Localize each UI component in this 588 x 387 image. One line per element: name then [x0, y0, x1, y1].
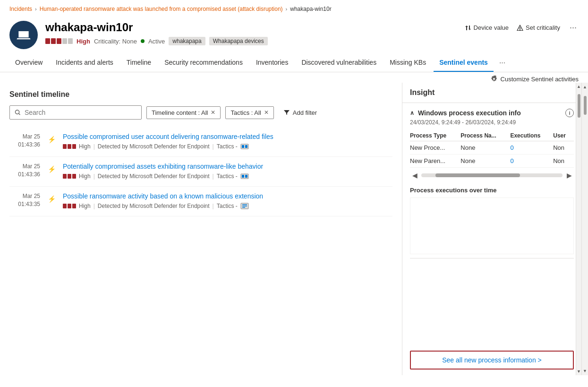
- filter-icon: [283, 109, 290, 116]
- severity-bar-5: [68, 38, 73, 44]
- event-title-3[interactable]: Possible ransomware activity based on a …: [63, 192, 392, 200]
- insight-section-name: Windows process execution info: [418, 109, 521, 117]
- outer-scrollbar: ▲ ▼: [581, 83, 588, 375]
- timeline-content-filter-remove[interactable]: ✕: [211, 109, 215, 116]
- svg-rect-2: [242, 145, 244, 148]
- insight-section: ∧ Windows process execution info i 24/03…: [402, 103, 581, 268]
- lightning-icon-3: ⚡: [46, 193, 57, 205]
- tag-whakapapa-devices[interactable]: Whakapapa devices: [209, 37, 268, 45]
- tab-missing-kbs[interactable]: Missing KBs: [384, 54, 432, 72]
- search-box[interactable]: [9, 105, 142, 120]
- insight-scroll-down[interactable]: ▼: [577, 368, 581, 375]
- shield-icon-1: [240, 143, 249, 150]
- timeline-item: Mar 25 01:43:35 ⚡ Possible ransomware ac…: [9, 187, 392, 216]
- breadcrumb-incidents[interactable]: Incidents: [9, 6, 32, 12]
- sev-bar: [68, 204, 71, 208]
- row1-user: Non: [553, 141, 574, 155]
- search-input[interactable]: [25, 109, 136, 116]
- device-title: whakapa-win10r: [45, 21, 268, 34]
- event-severity-1: [63, 144, 76, 149]
- more-options-button[interactable]: ···: [568, 21, 579, 34]
- row2-user: Non: [553, 155, 574, 168]
- row2-process-name: None: [460, 155, 510, 168]
- insight-scrollbar: ▲ ▼: [576, 83, 581, 375]
- tab-timeline[interactable]: Timeline: [121, 54, 157, 72]
- tactics-filter-label: Tactics : All: [230, 109, 261, 116]
- insight-table: Process Type Process Na... Executions Us…: [410, 130, 574, 168]
- tab-sentinel-events[interactable]: Sentinel events: [434, 54, 494, 72]
- left-panel: Sentinel timeline Timeline content : All…: [0, 83, 402, 375]
- see-all-button[interactable]: See all new process information >: [410, 351, 574, 370]
- scroll-right-arrow[interactable]: ▶: [564, 171, 574, 180]
- sev-bar: [68, 144, 71, 149]
- device-value-button[interactable]: Device value: [464, 24, 509, 32]
- event-title-1[interactable]: Possible compromised user account delive…: [63, 133, 392, 140]
- svg-rect-5: [242, 175, 244, 178]
- tab-incidents-alerts[interactable]: Incidents and alerts: [50, 54, 119, 72]
- laptop-icon: [16, 27, 31, 43]
- customize-label: Customize Sentinel activities: [501, 76, 579, 83]
- outer-scroll-up[interactable]: ▲: [583, 83, 587, 91]
- event-title-2[interactable]: Potentially compromised assets exhibitin…: [63, 163, 392, 170]
- col-process-name: Process Na...: [460, 130, 510, 141]
- timeline-content-filter[interactable]: Timeline content : All ✕: [146, 106, 221, 119]
- scroll-thumb: [435, 173, 520, 177]
- row2-executions: 0: [510, 155, 553, 168]
- insight-table-row: New Proce... None 0 Non: [410, 141, 574, 155]
- page-header: whakapa-win10r High Criticality: None Ac…: [0, 16, 588, 54]
- tab-security-recommendations[interactable]: Security recommendations: [159, 54, 248, 72]
- chevron-up-icon[interactable]: ∧: [410, 110, 414, 116]
- add-filter-label: Add filter: [293, 109, 317, 116]
- event-source-1: Detected by Microsoft Defender for Endpo…: [98, 143, 210, 150]
- event-severity-label-1: High: [79, 143, 91, 150]
- row1-process-name: None: [460, 141, 510, 155]
- breadcrumb-sep-2: ›: [286, 6, 288, 12]
- breadcrumb: Incidents › Human-operated ransomware at…: [0, 0, 588, 16]
- tasks-icon-3: [240, 203, 249, 209]
- tactics-icon-1: [240, 142, 249, 151]
- insight-scroll-thumb: [578, 94, 580, 118]
- event-severity-label-2: High: [79, 173, 91, 180]
- nav-more-button[interactable]: ···: [495, 54, 509, 72]
- row1-process-type: New Proce...: [410, 141, 460, 155]
- breadcrumb-incident-detail[interactable]: Human-operated ransomware attack was lau…: [40, 6, 283, 12]
- sev-bar: [72, 144, 76, 149]
- tab-inventories[interactable]: Inventories: [250, 54, 294, 72]
- sort-icon: [464, 24, 472, 32]
- severity-bars: [45, 38, 73, 44]
- insight-table-row: New Paren... None 0 Non: [410, 155, 574, 168]
- tab-discovered-vulnerabilities[interactable]: Discovered vulnerabilities: [296, 54, 382, 72]
- chart-label: Process executions over time: [410, 187, 574, 194]
- scroll-left-arrow[interactable]: ◀: [410, 171, 419, 180]
- event-meta-1: High | Detected by Microsoft Defender fo…: [63, 142, 392, 151]
- insight-title: Insight: [402, 83, 581, 103]
- tactics-filter[interactable]: Tactics : All ✕: [225, 106, 273, 119]
- insight-section-title: ∧ Windows process execution info i: [410, 109, 574, 117]
- info-icon[interactable]: i: [565, 109, 574, 117]
- tactics-icon-3: [240, 202, 249, 210]
- search-icon: [15, 109, 21, 116]
- set-criticality-button[interactable]: Set criticality: [516, 24, 560, 32]
- status-label: Active: [148, 38, 165, 45]
- customize-sentinel-button[interactable]: Customize Sentinel activities: [490, 75, 579, 83]
- device-avatar: [9, 21, 38, 49]
- insight-scroll-up[interactable]: ▲: [577, 83, 581, 90]
- tactics-filter-remove[interactable]: ✕: [264, 109, 269, 116]
- timeline-date-1: Mar 25 01:43:36: [9, 133, 40, 149]
- tab-overview[interactable]: Overview: [9, 54, 48, 72]
- row1-executions: 0: [510, 141, 553, 155]
- sev-bar: [68, 174, 71, 179]
- severity-bar-3: [57, 38, 61, 44]
- customize-bar: Customize Sentinel activities: [0, 72, 588, 83]
- sev-bar: [72, 174, 76, 179]
- tag-whakapapa[interactable]: whakapapa: [169, 37, 205, 45]
- severity-bar-1: [45, 38, 50, 44]
- event-severity-2: [63, 174, 76, 179]
- event-tactics-label-1: Tactics -: [217, 143, 238, 150]
- timeline-content-2: Potentially compromised assets exhibitin…: [63, 163, 392, 181]
- add-filter-button[interactable]: Add filter: [279, 107, 322, 119]
- insight-scroll-area[interactable]: ∧ Windows process execution info i 24/03…: [402, 103, 581, 347]
- criticality-label: Criticality: None: [94, 38, 137, 45]
- sentinel-timeline-title: Sentinel timeline: [9, 90, 392, 99]
- outer-scroll-down[interactable]: ▼: [583, 367, 587, 375]
